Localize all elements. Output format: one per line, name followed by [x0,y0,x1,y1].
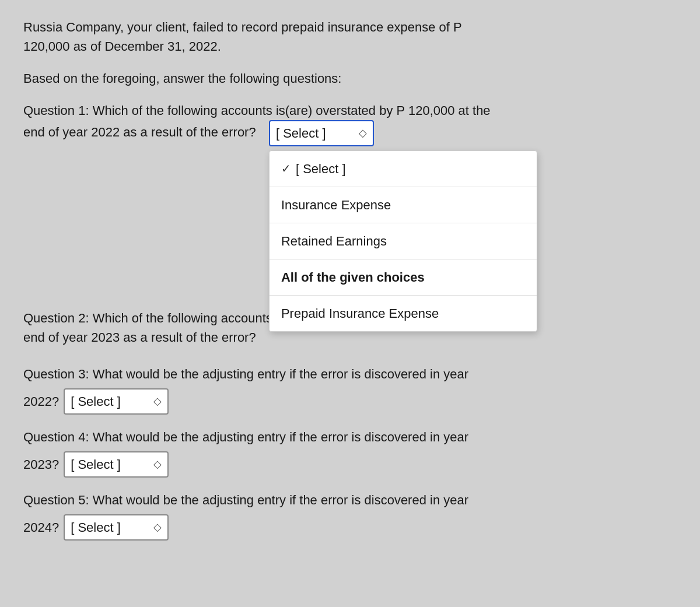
dropdown-item-prepaid-label: Prepaid Insurance Expense [281,304,439,323]
question4-block: Question 4: What would be the adjusting … [23,427,677,478]
question4-chevron-icon: ◇ [153,457,162,472]
question3-chevron-icon: ◇ [153,394,162,409]
dropdown-item-select[interactable]: ✓ [ Select ] [270,151,537,187]
question5-select[interactable]: [ Select ] ◇ [64,514,169,541]
dropdown-item-prepaid[interactable]: Prepaid Insurance Expense [270,296,537,331]
main-content: Russia Company, your client, failed to r… [23,17,677,541]
question1-text-part1: Question 1: Which of the following accou… [23,103,491,118]
question5-select-row: 2024? [ Select ] ◇ [23,514,677,541]
question4-text: Question 4: What would be the adjusting … [23,427,677,447]
intro-line1: Russia Company, your client, failed to r… [23,20,462,34]
check-icon: ✓ [281,160,291,177]
question5-block: Question 5: What would be the adjusting … [23,490,677,541]
question1-select-anchor: [ Select ] ◇ ✓ [ Select ] Insurance Expe… [269,120,374,146]
question5-chevron-icon: ◇ [153,520,162,535]
question1-block: Question 1: Which of the following accou… [23,101,677,146]
dropdown-item-insurance-expense[interactable]: Insurance Expense [270,187,537,223]
question4-select[interactable]: [ Select ] ◇ [64,451,169,478]
question3-select-row: 2022? [ Select ] ◇ [23,388,677,415]
foregoing-text: Based on the foregoing, answer the follo… [23,71,341,86]
foregoing-paragraph: Based on the foregoing, answer the follo… [23,69,677,88]
question3-select-label: [ Select ] [71,392,121,411]
question3-select[interactable]: [ Select ] ◇ [64,388,169,415]
question1-text-part2: end of year 2022 as a result of the erro… [23,125,256,139]
question1-select-label: [ Select ] [276,124,326,143]
question3-block: Question 3: What would be the adjusting … [23,364,677,415]
dropdown-item-retained-label: Retained Earnings [281,231,387,251]
intro-line2: 120,000 as of December 31, 2022. [23,39,221,54]
question5-year-label: 2024? [23,518,59,537]
question5-select-label: [ Select ] [71,518,121,537]
question4-year-label: 2023? [23,455,59,474]
question5-text: Question 5: What would be the adjusting … [23,490,677,510]
question3-year-label: 2022? [23,392,59,411]
dropdown-overlay: ✓ [ Select ] Insurance Expense Retained … [269,150,537,332]
question3-text: Question 3: What would be the adjusting … [23,364,677,384]
dropdown-item-all-label: All of the given choices [281,268,425,287]
intro-paragraph: Russia Company, your client, failed to r… [23,17,677,56]
dropdown-item-select-label: [ Select ] [296,159,346,178]
dropdown-item-all-choices[interactable]: All of the given choices [270,259,537,296]
dropdown-item-insurance-label: Insurance Expense [281,195,391,215]
question4-select-row: 2023? [ Select ] ◇ [23,451,677,478]
dropdown-item-retained-earnings[interactable]: Retained Earnings [270,223,537,259]
question1-select[interactable]: [ Select ] ◇ [269,120,374,146]
question2-text-part2: end of year 2023 as a result of the erro… [23,330,256,345]
question4-select-label: [ Select ] [71,455,121,474]
question1-chevron-icon: ◇ [359,125,367,141]
